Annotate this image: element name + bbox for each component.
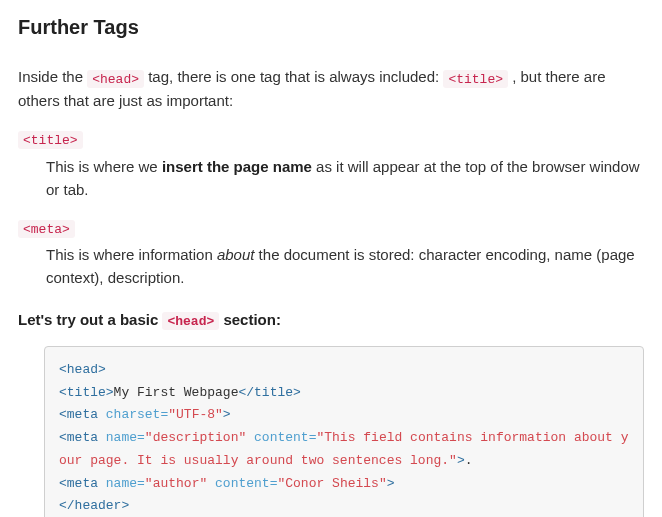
intro-text: Inside the — [18, 68, 87, 85]
lead-paragraph: Let's try out a basic <head> section: — [18, 308, 644, 332]
text: section: — [219, 311, 281, 328]
definition-term-meta: <meta> — [18, 215, 644, 239]
about-emphasis: about — [217, 246, 255, 263]
title-tag-code: <title> — [18, 131, 83, 149]
text: Let's try out a basic — [18, 311, 162, 328]
code-text: . — [465, 453, 473, 468]
code-text: My First Webpage — [114, 385, 239, 400]
code-attr: charset= — [98, 407, 168, 422]
section-heading: Further Tags — [18, 12, 644, 43]
head-tag-code: <head> — [87, 70, 144, 88]
head-tag-code: <head> — [162, 312, 219, 330]
intro-text: tag, there is one tag that is always inc… — [144, 68, 443, 85]
code-tag: <meta — [59, 430, 98, 445]
code-tag: </title> — [238, 385, 300, 400]
code-tag: <meta — [59, 476, 98, 491]
code-tag: <meta — [59, 407, 98, 422]
text: This is where we — [46, 158, 162, 175]
title-tag-code: <title> — [443, 70, 508, 88]
insert-page-name-strong: insert the page name — [162, 158, 312, 175]
code-string: "UTF-8" — [168, 407, 223, 422]
meta-tag-code: <meta> — [18, 220, 75, 238]
code-tag: > — [223, 407, 231, 422]
code-attr: name= — [98, 430, 145, 445]
code-tag: > — [387, 476, 395, 491]
code-tag: <title> — [59, 385, 114, 400]
definition-desc-meta: This is where information about the docu… — [46, 243, 644, 290]
code-string: "description" — [145, 430, 246, 445]
code-attr: name= — [98, 476, 145, 491]
code-string: "author" — [145, 476, 207, 491]
intro-paragraph: Inside the <head> tag, there is one tag … — [18, 65, 644, 112]
text: This is where information — [46, 246, 217, 263]
code-attr: content= — [207, 476, 277, 491]
code-tag: > — [457, 453, 465, 468]
tag-definitions: <title> This is where we insert the page… — [18, 126, 644, 289]
definition-desc-title: This is where we insert the page name as… — [46, 155, 644, 202]
lead-strong: Let's try out a basic <head> section: — [18, 311, 281, 328]
code-tag: <head> — [59, 362, 106, 377]
code-block: <head> <title>My First Webpage</title> <… — [44, 346, 644, 517]
definition-term-title: <title> — [18, 126, 644, 150]
code-attr: content= — [246, 430, 316, 445]
code-string: "Conor Sheils" — [277, 476, 386, 491]
code-tag: </header> — [59, 498, 129, 513]
